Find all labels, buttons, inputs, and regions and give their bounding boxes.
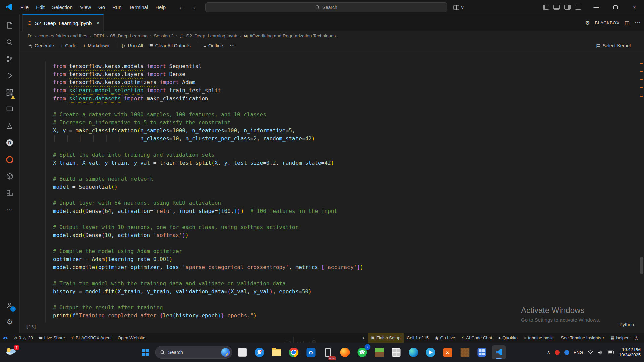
status-tabnine-basic[interactable]: ○tabnine basic: bbox=[521, 333, 558, 343]
app-outlook[interactable]: O bbox=[304, 345, 318, 359]
run-debug-icon[interactable] bbox=[2, 67, 18, 84]
code-line[interactable] bbox=[53, 296, 363, 304]
code-line[interactable]: model = Sequential() bbox=[53, 183, 363, 191]
app-whatsapp[interactable]: ☎50 bbox=[355, 345, 369, 359]
code-line[interactable]: model.add(Dense(10, activation='softmax'… bbox=[53, 231, 363, 239]
generate-button[interactable]: Generate bbox=[28, 43, 54, 48]
toggle-secondary-sidebar-icon[interactable] bbox=[564, 5, 571, 10]
menu-view[interactable]: View bbox=[76, 3, 95, 11]
app-calculator[interactable] bbox=[475, 345, 489, 359]
status-ai-code-chat[interactable]: ⚡AI Code Chat bbox=[458, 333, 495, 343]
status-live-share[interactable]: ⇋Live Share bbox=[36, 333, 68, 343]
app-telegram[interactable] bbox=[424, 345, 438, 359]
minimize-button[interactable]: — bbox=[587, 0, 606, 14]
tab-close-icon[interactable]: × bbox=[96, 20, 100, 26]
app-notepad[interactable] bbox=[235, 345, 250, 359]
toggle-sidebar-icon[interactable] bbox=[543, 5, 549, 10]
breadcrumb-item[interactable]: D: bbox=[28, 33, 32, 38]
code-line[interactable] bbox=[53, 143, 363, 151]
packages-extension-icon[interactable] bbox=[2, 185, 18, 201]
app-chrome[interactable] bbox=[287, 345, 301, 359]
status-tabnine-insights[interactable]: See Tabnine Insights▪ bbox=[558, 333, 607, 343]
volume-icon[interactable] bbox=[598, 350, 603, 355]
menu-help[interactable]: Help bbox=[152, 3, 169, 11]
code-line[interactable]: X_train, X_val, y_train, y_val = train_t… bbox=[53, 159, 363, 167]
nav-back-icon[interactable]: ← bbox=[178, 4, 184, 11]
code-line[interactable]: from sklearn.model_selection import trai… bbox=[53, 86, 363, 95]
code-line[interactable] bbox=[53, 103, 363, 111]
maximize-button[interactable] bbox=[606, 0, 625, 14]
status-open-website[interactable]: Open Website bbox=[115, 333, 148, 343]
code-line[interactable]: # Build a simple neural network bbox=[53, 175, 363, 183]
outline-button[interactable]: ≡Outline bbox=[204, 43, 223, 48]
testing-icon[interactable] bbox=[2, 118, 18, 134]
code-line[interactable]: # Split the data into training and valid… bbox=[53, 151, 363, 159]
code-line[interactable]: model.compile(optimizer=optimizer, loss=… bbox=[53, 263, 363, 272]
status-problems[interactable]: ⊘0△20 bbox=[10, 333, 36, 343]
breadcrumb-item[interactable]: 05. Deep Learning bbox=[110, 33, 148, 38]
code-line[interactable] bbox=[53, 239, 363, 247]
cube-extension-icon[interactable] bbox=[2, 168, 18, 185]
start-button[interactable] bbox=[138, 345, 152, 359]
widgets-weather-icon[interactable]: 7 bbox=[5, 346, 19, 359]
tray-chevron-icon[interactable]: ∧ bbox=[547, 350, 550, 355]
breadcrumb-item[interactable]: M↓#Overfitting and Regularization Techni… bbox=[244, 33, 336, 38]
status-go-live[interactable]: ◉Go Live bbox=[432, 333, 458, 343]
accounts-icon[interactable]: 1 bbox=[2, 297, 18, 314]
wifi-icon[interactable] bbox=[587, 350, 593, 355]
app-edge[interactable] bbox=[407, 345, 421, 359]
source-control-icon[interactable] bbox=[2, 51, 18, 67]
jupyter-extension-icon[interactable] bbox=[2, 151, 18, 168]
scrollbar-thumb[interactable] bbox=[640, 257, 643, 274]
tray-blue-icon[interactable] bbox=[564, 350, 569, 355]
split-editor-icon[interactable]: ◫ bbox=[625, 20, 630, 26]
menu-run[interactable]: Run bbox=[109, 3, 125, 11]
close-button[interactable]: × bbox=[625, 0, 644, 14]
code-line[interactable]: from tensorflow.keras.optimizers import … bbox=[53, 78, 363, 86]
menu-file[interactable]: File bbox=[17, 3, 32, 11]
code-line[interactable]: # Input layer with 64 neurons, using ReL… bbox=[53, 199, 363, 207]
tray-red-icon[interactable] bbox=[555, 350, 560, 355]
code-line[interactable]: X, y = make_classification(n_samples=100… bbox=[53, 127, 363, 135]
menu-go[interactable]: Go bbox=[95, 3, 109, 11]
tray-clock[interactable]: 10:42 PM 10/24/2025 bbox=[619, 347, 641, 358]
nav-forward-icon[interactable]: → bbox=[190, 4, 196, 11]
add-markdown-button[interactable]: +Markdown bbox=[83, 43, 109, 48]
taskbar-search[interactable]: Search bbox=[155, 346, 232, 359]
app-vscode[interactable] bbox=[492, 345, 506, 359]
code-line[interactable] bbox=[53, 191, 363, 199]
app-orange-x[interactable]: × bbox=[441, 345, 455, 359]
toolbar-more-icon[interactable]: ⋯ bbox=[229, 42, 235, 49]
select-kernel-button[interactable]: ▤ Select Kernel bbox=[596, 40, 631, 51]
editor-layout-button[interactable]: ∨ bbox=[453, 3, 464, 12]
code-line[interactable] bbox=[53, 215, 363, 223]
run-all-button[interactable]: ▷Run All bbox=[122, 43, 143, 48]
code-line[interactable]: from sklearn.datasets import make_classi… bbox=[53, 95, 363, 103]
code-line[interactable]: history = model.fit(X_train, y_train, va… bbox=[53, 288, 363, 296]
code-line[interactable]: from tensorflow.keras.layers import Dens… bbox=[53, 70, 363, 78]
status-notifications[interactable]: ◎ bbox=[632, 333, 641, 343]
code-line[interactable]: from tensorflow.keras.models import Sequ… bbox=[53, 62, 363, 70]
code-cell[interactable]: from tensorflow.keras.models import Sequ… bbox=[53, 62, 363, 320]
settings-gear-icon[interactable]: ⚙ bbox=[2, 314, 18, 330]
status-blackbox-agent[interactable]: ⚡BLACKBOX Agent bbox=[68, 333, 115, 343]
battery-icon[interactable] bbox=[608, 350, 614, 354]
remote-explorer-icon[interactable] bbox=[2, 101, 18, 118]
breadcrumb-item[interactable]: DEPI bbox=[93, 33, 104, 38]
code-line[interactable]: # Increase n_informative to 5 to satisfy… bbox=[53, 119, 363, 127]
customize-layout-icon[interactable] bbox=[575, 5, 581, 10]
status-remote[interactable]: >< bbox=[0, 333, 10, 343]
command-center-search[interactable]: Search bbox=[205, 2, 447, 12]
app-minecraft[interactable] bbox=[372, 345, 386, 359]
clear-all-outputs-button[interactable]: ≣Clear All Outputs bbox=[149, 43, 191, 48]
app-file-explorer[interactable] bbox=[270, 345, 284, 359]
app-firefox[interactable] bbox=[338, 345, 352, 359]
code-line[interactable]: # Output layer with 10 neurons, one for … bbox=[53, 223, 363, 231]
blackbox-label[interactable]: BLACKBOX bbox=[595, 20, 620, 25]
code-line[interactable]: print(f"Training completed after {len(hi… bbox=[53, 312, 363, 320]
explorer-icon[interactable] bbox=[2, 17, 18, 34]
code-line[interactable]: model.add(Dense(64, activation='relu', i… bbox=[53, 207, 363, 215]
status-helper[interactable]: ▦helper bbox=[607, 333, 631, 343]
code-line[interactable]: # Compile the model using Adam optimizer bbox=[53, 247, 363, 255]
status-finish-setup[interactable]: ▣Finish Setup bbox=[368, 333, 404, 343]
